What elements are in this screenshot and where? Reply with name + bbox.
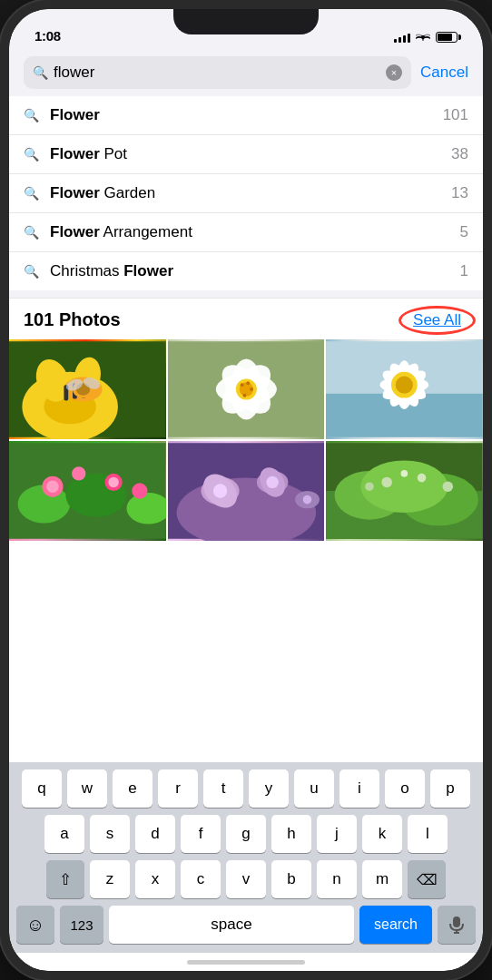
- key-r[interactable]: r: [158, 769, 198, 808]
- key-q[interactable]: q: [22, 769, 62, 808]
- photos-count-label: 101 Photos: [24, 309, 121, 330]
- search-input[interactable]: flower: [54, 64, 380, 82]
- key-c[interactable]: c: [181, 860, 221, 898]
- cancel-button[interactable]: Cancel: [420, 64, 468, 82]
- key-z[interactable]: z: [90, 860, 130, 898]
- svg-point-21: [246, 381, 250, 385]
- key-u[interactable]: u: [294, 769, 334, 808]
- photo-white-flower[interactable]: [168, 339, 325, 439]
- svg-point-22: [250, 387, 253, 391]
- suggestion-count-0: 101: [443, 106, 468, 124]
- search-key[interactable]: search: [359, 906, 432, 944]
- battery-icon: [436, 32, 458, 43]
- key-y[interactable]: y: [249, 769, 289, 808]
- svg-point-33: [396, 377, 413, 394]
- photo-daisy[interactable]: [326, 339, 483, 439]
- key-a[interactable]: a: [44, 815, 84, 853]
- svg-point-59: [382, 477, 393, 488]
- suggestion-search-icon-3: 🔍: [24, 225, 39, 240]
- svg-point-43: [132, 483, 147, 498]
- phone-frame: 1:08: [0, 0, 492, 980]
- key-i[interactable]: i: [339, 769, 379, 808]
- suggestion-count-3: 5: [460, 223, 468, 241]
- search-icon: 🔍: [33, 65, 48, 80]
- photo-garden1[interactable]: [9, 441, 166, 541]
- key-x[interactable]: x: [135, 860, 175, 898]
- key-n[interactable]: n: [317, 860, 357, 898]
- key-h[interactable]: h: [271, 815, 311, 853]
- svg-point-53: [302, 495, 311, 505]
- photos-section: 101 Photos See All: [9, 298, 483, 762]
- key-d[interactable]: d: [135, 815, 175, 853]
- suggestion-flower[interactable]: 🔍 Flower 101: [9, 96, 483, 135]
- section-divider: [9, 290, 483, 298]
- photo-garden3[interactable]: [326, 441, 483, 541]
- search-bar-container: 🔍 flower × Cancel: [9, 49, 483, 96]
- status-icons: [394, 30, 458, 44]
- key-f[interactable]: f: [181, 815, 221, 853]
- key-s[interactable]: s: [90, 815, 130, 853]
- see-all-highlight-circle: [399, 306, 476, 335]
- wifi-icon: [416, 30, 430, 44]
- photo-bee-flower[interactable]: [9, 339, 166, 439]
- suggestion-search-icon-0: 🔍: [24, 108, 39, 122]
- key-v[interactable]: v: [226, 860, 266, 898]
- clear-button[interactable]: ×: [386, 64, 402, 81]
- svg-point-51: [266, 476, 278, 488]
- svg-point-41: [108, 477, 119, 488]
- key-m[interactable]: m: [362, 860, 402, 898]
- key-j[interactable]: j: [317, 815, 357, 853]
- key-b[interactable]: b: [271, 860, 311, 898]
- photo-garden2[interactable]: [168, 441, 325, 541]
- keyboard-row-2: a s d f g h j k l: [13, 815, 479, 853]
- key-e[interactable]: e: [113, 769, 153, 808]
- shift-key[interactable]: ⇧: [46, 860, 84, 898]
- status-time: 1:08: [34, 28, 61, 44]
- svg-rect-64: [453, 916, 460, 927]
- mic-key[interactable]: [438, 906, 476, 944]
- space-key[interactable]: space: [109, 906, 354, 944]
- photos-header: 101 Photos See All: [9, 298, 483, 339]
- key-p[interactable]: p: [430, 769, 470, 808]
- svg-point-20: [240, 383, 243, 387]
- suggestion-count-4: 1: [460, 262, 468, 280]
- svg-point-62: [365, 482, 374, 491]
- svg-point-48: [213, 484, 227, 497]
- notch: [173, 9, 319, 34]
- key-o[interactable]: o: [385, 769, 425, 808]
- suggestion-flower-pot[interactable]: 🔍 Flower Pot 38: [9, 135, 483, 174]
- svg-point-42: [72, 466, 85, 480]
- home-bar: [187, 960, 305, 965]
- suggestion-search-icon-4: 🔍: [24, 264, 39, 279]
- suggestion-text-2: Flower Garden: [50, 184, 451, 202]
- suggestion-search-icon-1: 🔍: [24, 147, 39, 162]
- keyboard: q w e r t y u i o p a s d f g h j k: [9, 762, 483, 953]
- svg-point-39: [46, 480, 58, 492]
- key-k[interactable]: k: [362, 815, 402, 853]
- signal-icon: [394, 32, 410, 43]
- suggestions-list: 🔍 Flower 101 🔍 Flower Pot 38 🔍 Flower Ga…: [9, 96, 483, 290]
- see-all-wrapper: See All: [406, 311, 468, 329]
- suggestion-count-2: 13: [451, 184, 468, 202]
- suggestion-text-3: Flower Arrangement: [50, 223, 460, 241]
- svg-point-23: [242, 394, 246, 397]
- num-key[interactable]: 123: [60, 906, 103, 944]
- key-w[interactable]: w: [67, 769, 107, 808]
- key-l[interactable]: l: [408, 815, 448, 853]
- suggestion-text-4: Christmas Flower: [50, 262, 460, 280]
- key-t[interactable]: t: [203, 769, 243, 808]
- keyboard-row-1: q w e r t y u i o p: [13, 769, 479, 808]
- emoji-key[interactable]: ☺: [16, 906, 54, 944]
- suggestion-flower-arrangement[interactable]: 🔍 Flower Arrangement 5: [9, 213, 483, 252]
- suggestion-christmas-flower[interactable]: 🔍 Christmas Flower 1: [9, 252, 483, 290]
- search-input-wrapper[interactable]: 🔍 flower ×: [24, 56, 411, 89]
- phone-screen: 1:08: [9, 9, 483, 971]
- key-g[interactable]: g: [226, 815, 266, 853]
- suggestion-text-1: Flower Pot: [50, 145, 451, 163]
- suggestion-flower-garden[interactable]: 🔍 Flower Garden 13: [9, 174, 483, 213]
- suggestion-count-1: 38: [451, 145, 468, 163]
- delete-key[interactable]: ⌫: [408, 860, 446, 898]
- keyboard-bottom-row: ☺ 123 space search: [13, 906, 479, 949]
- photo-grid: [9, 339, 483, 541]
- svg-point-63: [443, 481, 454, 492]
